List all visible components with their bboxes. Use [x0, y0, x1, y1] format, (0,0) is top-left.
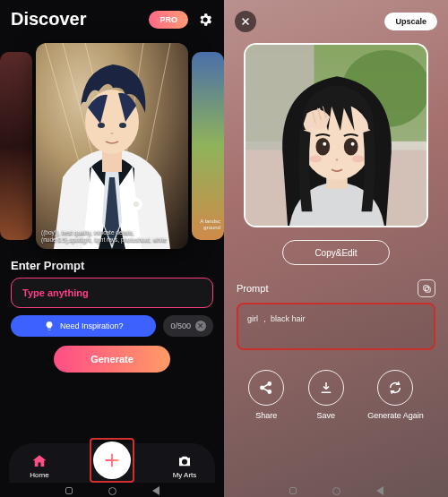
upscale-button[interactable]: Upscale [384, 13, 437, 30]
bottom-nav: Home My Arts [0, 440, 224, 483]
close-button[interactable] [235, 11, 256, 32]
nav-myarts-label: My Arts [173, 471, 197, 479]
svg-rect-24 [425, 287, 430, 292]
discover-screen: Discover PRO [0, 0, 224, 497]
svg-point-20 [351, 142, 355, 146]
nav-my-arts[interactable]: My Arts [158, 453, 211, 483]
card-caption: ((boy)), best quality, intricate details… [41, 229, 183, 244]
prompt-input[interactable] [11, 278, 213, 308]
nav-home[interactable]: Home [13, 453, 66, 483]
clear-icon[interactable]: ✕ [195, 321, 206, 331]
copy-and-edit-button[interactable]: Copy&Edit [282, 240, 390, 265]
android-navbar-right [224, 484, 448, 497]
home-icon [31, 453, 47, 469]
back-icon[interactable] [152, 486, 159, 495]
save-label: Save [316, 411, 335, 420]
svg-point-19 [323, 142, 326, 146]
page-title: Discover [11, 9, 87, 30]
svg-point-28 [268, 390, 271, 393]
home-button-icon[interactable] [332, 487, 340, 495]
svg-point-22 [310, 156, 323, 163]
refresh-icon [387, 380, 403, 396]
svg-point-9 [98, 123, 105, 128]
recents-icon[interactable] [289, 487, 297, 494]
svg-line-4 [143, 43, 170, 177]
enter-prompt-label: Enter Prompt [11, 259, 213, 272]
copy-prompt-button[interactable] [418, 279, 435, 297]
camera-icon [177, 453, 193, 469]
nav-home-label: Home [30, 471, 48, 479]
result-header: Upscale [224, 0, 448, 39]
android-navbar [0, 484, 224, 497]
inspiration-label: Need Inspiration? [60, 321, 124, 330]
gear-icon[interactable] [197, 12, 213, 28]
copy-icon [422, 284, 432, 294]
svg-point-18 [344, 138, 358, 156]
prompt-section: Prompt girl ， black hair [237, 279, 435, 350]
prompt-text-box: girl ， black hair [237, 303, 435, 350]
lightbulb-icon [44, 321, 55, 331]
prompt-block: Enter Prompt Need Inspiration? 0/500 ✕ G… [0, 253, 224, 373]
discover-header: Discover PRO [0, 0, 224, 39]
gallery-card-peek-right[interactable]: A landsc ground [192, 52, 224, 240]
svg-line-0 [45, 43, 81, 168]
need-inspiration-button[interactable]: Need Inspiration? [11, 315, 156, 337]
regen-label: Generate Again [367, 411, 424, 420]
svg-point-26 [261, 386, 263, 389]
prompt-text: girl ， black hair [247, 314, 306, 323]
svg-point-10 [119, 123, 126, 128]
result-actions: Share Save Generate Again [224, 370, 448, 420]
recents-icon[interactable] [65, 487, 73, 494]
gallery-card-peek-left[interactable] [0, 52, 32, 240]
generated-image[interactable] [244, 43, 428, 227]
share-icon [258, 380, 274, 396]
girl-illustration [246, 45, 426, 226]
close-icon [240, 16, 251, 27]
fab-create[interactable] [91, 440, 133, 481]
svg-point-21 [336, 159, 338, 160]
back-icon[interactable] [376, 486, 383, 495]
home-button-icon[interactable] [108, 487, 116, 495]
generate-button[interactable]: Generate [54, 346, 170, 373]
svg-point-6 [134, 201, 139, 207]
download-icon [318, 380, 334, 396]
svg-point-23 [352, 156, 365, 163]
highlight-box [90, 438, 134, 483]
header-actions: PRO [149, 11, 213, 29]
svg-point-27 [268, 382, 271, 385]
generate-again-button[interactable]: Generate Again [367, 370, 424, 420]
counter-text: 0/500 [170, 321, 191, 330]
pro-badge[interactable]: PRO [149, 11, 188, 29]
result-screen: Upscale [224, 0, 448, 497]
share-button[interactable]: Share [248, 370, 284, 420]
prompt-section-title: Prompt [237, 283, 268, 294]
svg-point-17 [315, 138, 330, 156]
save-button[interactable]: Save [308, 370, 344, 420]
preview-illustration [36, 43, 188, 249]
share-label: Share [255, 411, 277, 420]
peek-caption: A landsc ground [200, 219, 220, 231]
svg-rect-25 [423, 285, 428, 290]
gallery-card-main[interactable]: ((boy)), best quality, intricate details… [36, 43, 188, 249]
style-gallery[interactable]: ((boy)), best quality, intricate details… [0, 39, 224, 253]
char-counter: 0/500 ✕ [163, 315, 213, 337]
